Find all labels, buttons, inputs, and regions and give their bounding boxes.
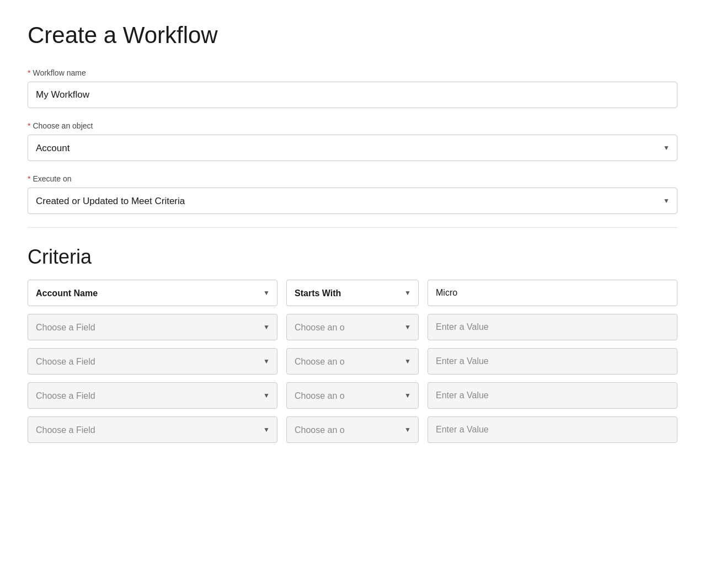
page-title: Create a Workflow [28, 22, 677, 49]
criteria-field-select[interactable]: Choose a Field [28, 382, 277, 409]
criteria-operator-select[interactable]: Choose an o [286, 416, 419, 443]
criteria-field-select[interactable]: Choose a Field [28, 314, 277, 340]
operator-select-wrapper: Starts With ▼ [286, 280, 419, 306]
workflow-name-input[interactable] [28, 82, 677, 108]
object-select[interactable]: Account [28, 135, 677, 161]
choose-object-section: * Choose an object Account ▼ [28, 121, 677, 161]
criteria-title: Criteria [28, 245, 677, 269]
operator-select-wrapper: Choose an o ▼ [286, 416, 419, 443]
criteria-section: Criteria Account Name ▼ Starts With ▼ Ch… [28, 245, 677, 443]
criteria-operator-select[interactable]: Choose an o [286, 348, 419, 375]
operator-select-wrapper: Choose an o ▼ [286, 314, 419, 340]
criteria-operator-select[interactable]: Choose an o [286, 382, 419, 409]
execute-label: * Execute on [28, 174, 677, 183]
criteria-row: Choose a Field ▼ Choose an o ▼ [28, 314, 677, 340]
operator-select-wrapper: Choose an o ▼ [286, 382, 419, 409]
required-indicator: * [28, 68, 30, 77]
criteria-value-input[interactable] [428, 416, 677, 443]
criteria-operator-select[interactable]: Starts With [286, 280, 419, 306]
criteria-field-select[interactable]: Account Name [28, 280, 277, 306]
criteria-row: Account Name ▼ Starts With ▼ [28, 280, 677, 306]
criteria-value-input[interactable] [428, 348, 677, 375]
criteria-row: Choose a Field ▼ Choose an o ▼ [28, 348, 677, 375]
divider [28, 227, 677, 228]
field-select-wrapper: Choose a Field ▼ [28, 416, 277, 443]
workflow-name-label: * Workflow name [28, 68, 677, 77]
field-select-wrapper: Choose a Field ▼ [28, 348, 277, 375]
workflow-name-section: * Workflow name [28, 68, 677, 108]
criteria-row: Choose a Field ▼ Choose an o ▼ [28, 416, 677, 443]
criteria-operator-select[interactable]: Choose an o [286, 314, 419, 340]
object-select-wrapper: Account ▼ [28, 135, 677, 161]
field-select-wrapper: Account Name ▼ [28, 280, 277, 306]
criteria-value-input[interactable] [428, 280, 677, 306]
criteria-field-select[interactable]: Choose a Field [28, 348, 277, 375]
execute-select-wrapper: Created or Updated to Meet Criteria ▼ [28, 188, 677, 214]
field-select-wrapper: Choose a Field ▼ [28, 382, 277, 409]
required-indicator: * [28, 121, 30, 130]
criteria-value-input[interactable] [428, 382, 677, 409]
operator-select-wrapper: Choose an o ▼ [286, 348, 419, 375]
field-select-wrapper: Choose a Field ▼ [28, 314, 277, 340]
execute-select[interactable]: Created or Updated to Meet Criteria [28, 188, 677, 214]
execute-on-section: * Execute on Created or Updated to Meet … [28, 174, 677, 214]
criteria-row: Choose a Field ▼ Choose an o ▼ [28, 382, 677, 409]
required-indicator: * [28, 174, 30, 183]
criteria-field-select[interactable]: Choose a Field [28, 416, 277, 443]
object-label: * Choose an object [28, 121, 677, 130]
criteria-value-input[interactable] [428, 314, 677, 340]
